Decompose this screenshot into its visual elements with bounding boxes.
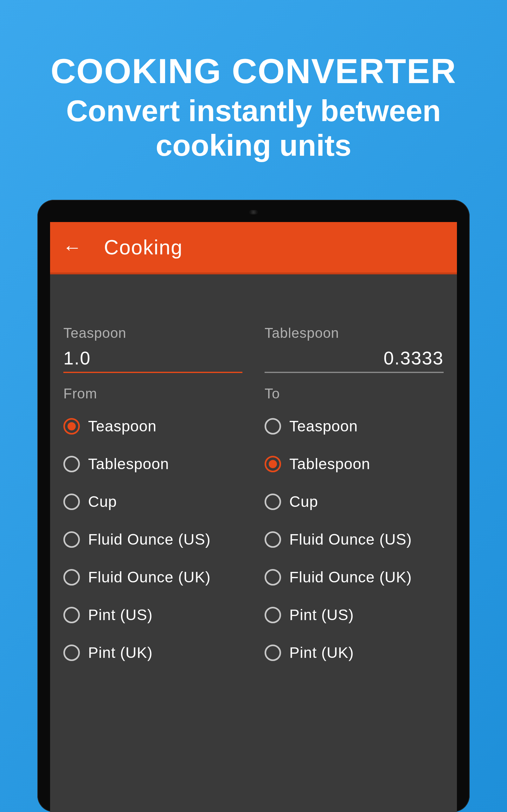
to-radio-item[interactable]: Teaspoon	[265, 417, 444, 435]
to-radio-label: Fluid Ounce (UK)	[289, 568, 412, 586]
to-column: Tablespoon To TeaspoonTablespoonCupFluid…	[265, 325, 444, 661]
radio-icon	[265, 456, 281, 472]
to-value-input[interactable]	[265, 347, 444, 368]
camera-icon	[249, 210, 258, 214]
from-radio-label: Teaspoon	[88, 417, 157, 435]
from-unit-label: Teaspoon	[63, 325, 242, 341]
to-radio-label: Teaspoon	[289, 417, 358, 435]
to-radio-item[interactable]: Fluid Ounce (UK)	[265, 568, 444, 586]
to-input-wrap	[265, 347, 444, 373]
from-radio-label: Pint (US)	[88, 606, 153, 623]
radio-icon	[63, 418, 80, 435]
radio-icon	[265, 607, 281, 623]
radio-icon	[265, 569, 281, 586]
from-radio-label: Tablespoon	[88, 455, 169, 473]
radio-icon	[63, 456, 80, 472]
app-bar: ← Cooking	[50, 222, 457, 274]
from-radio-item[interactable]: Fluid Ounce (UK)	[63, 568, 242, 586]
radio-icon	[63, 494, 80, 510]
from-radio-item[interactable]: Fluid Ounce (US)	[63, 531, 242, 548]
content-area: Teaspoon From TeaspoonTablespoonCupFluid…	[50, 274, 457, 661]
from-value-input[interactable]	[63, 347, 242, 368]
from-radio-label: Pint (UK)	[88, 644, 153, 661]
from-radio-label: Fluid Ounce (US)	[88, 531, 211, 548]
from-radio-item[interactable]: Cup	[63, 493, 242, 510]
to-unit-label: Tablespoon	[265, 325, 444, 341]
from-radio-label: Fluid Ounce (UK)	[88, 568, 211, 586]
back-arrow-icon[interactable]: ←	[63, 236, 82, 258]
tablet-frame: ← Cooking Teaspoon From TeaspoonTablespo…	[38, 200, 469, 812]
from-radio-list: TeaspoonTablespoonCupFluid Ounce (US)Flu…	[63, 417, 242, 661]
radio-icon	[63, 531, 80, 548]
from-radio-item[interactable]: Pint (UK)	[63, 644, 242, 661]
to-radio-label: Fluid Ounce (US)	[289, 531, 412, 548]
radio-icon	[63, 645, 80, 661]
to-radio-item[interactable]: Pint (US)	[265, 606, 444, 623]
radio-icon	[265, 531, 281, 548]
radio-icon	[63, 607, 80, 623]
radio-icon	[265, 494, 281, 510]
to-radio-label: Cup	[289, 493, 318, 510]
to-radio-item[interactable]: Tablespoon	[265, 455, 444, 473]
to-radio-label: Pint (US)	[289, 606, 354, 623]
from-radio-item[interactable]: Teaspoon	[63, 417, 242, 435]
to-radio-label: Pint (UK)	[289, 644, 354, 661]
radio-icon	[265, 645, 281, 661]
to-radio-label: Tablespoon	[289, 455, 371, 473]
app-title: Cooking	[104, 236, 183, 259]
from-input-wrap	[63, 347, 242, 373]
hero-subtitle: Convert instantly between cooking units	[0, 94, 507, 163]
to-section-label: To	[265, 386, 444, 402]
to-radio-item[interactable]: Pint (UK)	[265, 644, 444, 661]
hero-section: COOKING CONVERTER Convert instantly betw…	[0, 0, 507, 163]
from-radio-item[interactable]: Pint (US)	[63, 606, 242, 623]
radio-icon	[265, 418, 281, 435]
to-radio-list: TeaspoonTablespoonCupFluid Ounce (US)Flu…	[265, 417, 444, 661]
app-screen: ← Cooking Teaspoon From TeaspoonTablespo…	[50, 222, 457, 812]
to-radio-item[interactable]: Fluid Ounce (US)	[265, 531, 444, 548]
from-radio-item[interactable]: Tablespoon	[63, 455, 242, 473]
from-section-label: From	[63, 386, 242, 402]
to-radio-item[interactable]: Cup	[265, 493, 444, 510]
from-column: Teaspoon From TeaspoonTablespoonCupFluid…	[63, 325, 242, 661]
from-radio-label: Cup	[88, 493, 117, 510]
radio-icon	[63, 569, 80, 586]
hero-title: COOKING CONVERTER	[0, 51, 507, 91]
